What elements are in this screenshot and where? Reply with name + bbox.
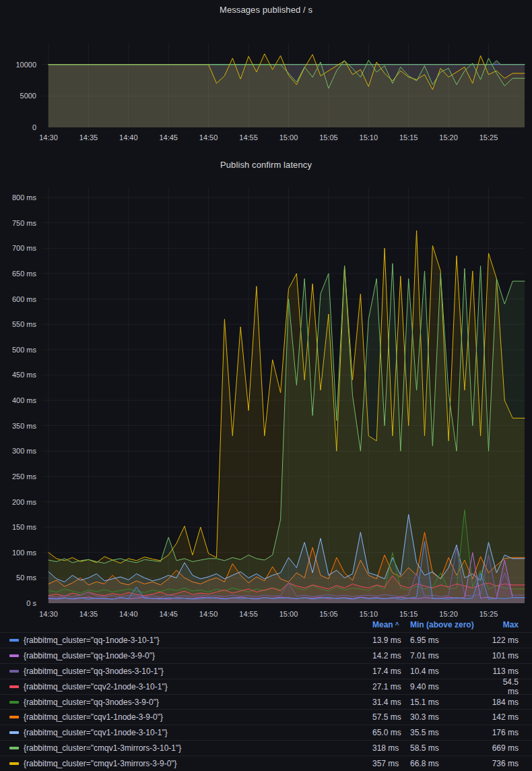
y-tick-label: 0 s: [26, 599, 36, 607]
x-tick-label: 14:45: [159, 133, 178, 142]
series-color-swatch[interactable]: [9, 731, 19, 734]
legend-header-mean[interactable]: Mean^: [372, 620, 410, 629]
publish-confirm-latency-chart[interactable]: 14:3014:3514:4014:4514:5014:5515:0015:05…: [0, 155, 532, 620]
series-color-swatch[interactable]: [9, 639, 19, 642]
series-mean-value: 13.9 ms: [372, 636, 410, 645]
series-min-value: 66.8 ms: [410, 759, 492, 768]
series-mean-value: 65.0 ms: [372, 728, 410, 737]
y-tick-label: 150 ms: [12, 523, 37, 531]
x-tick-label: 15:20: [439, 133, 458, 142]
y-tick-label: 5000: [20, 92, 36, 100]
legend-row: {rabbitmq_cluster="qq-3nodes-3-10-1"}17.…: [0, 663, 532, 679]
series-color-swatch[interactable]: [9, 762, 19, 765]
series-mean-value: 357 ms: [372, 759, 410, 768]
series-name-cell: {rabbitmq_cluster="qq-1node-3-9-0"}: [0, 651, 372, 660]
legend-header-min[interactable]: Min (above zero): [410, 620, 492, 629]
series-min-value: 35.5 ms: [410, 728, 492, 737]
series-color-swatch[interactable]: [9, 747, 19, 749]
series-max-value: 176 ms: [492, 728, 519, 737]
series-name-cell: {rabbitmq_cluster="cqv1-1node-3-9-0"}: [0, 712, 372, 722]
series-label[interactable]: {rabbitmq_cluster="cqv1-1node-3-10-1"}: [24, 728, 168, 737]
y-tick-label: 350 ms: [12, 422, 37, 430]
series-label[interactable]: {rabbitmq_cluster="qq-3nodes-3-9-0"}: [24, 698, 159, 707]
series-name-cell: {rabbitmq_cluster="qq-1node-3-10-1"}: [0, 636, 372, 645]
y-tick-label: 500 ms: [12, 346, 37, 354]
y-tick-label: 200 ms: [12, 498, 37, 506]
series-line-steady-10k-baseline[interactable]: [48, 61, 525, 65]
legend-row: {rabbitmq_cluster="cmqv1-3mirrors-3-10-1…: [0, 740, 532, 755]
legend-row: {rabbitmq_cluster="qq-1node-3-9-0"}14.2 …: [0, 648, 532, 663]
y-tick-label: 0: [32, 123, 36, 131]
x-tick-label: 15:00: [279, 133, 298, 142]
series-max-value: 54.5 ms: [492, 677, 519, 696]
messages-published-chart[interactable]: 14:3014:3514:4014:4514:5014:5515:0015:05…: [0, 0, 532, 155]
legend-row: {rabbitmq_cluster="qq-3nodes-3-9-0"}31.4…: [0, 694, 532, 710]
x-tick-label: 15:10: [360, 133, 378, 142]
legend-row: {rabbitmq_cluster="cmqv1-3mirrors-3-9-0"…: [0, 755, 532, 771]
y-tick-label: 10000: [15, 61, 36, 69]
y-tick-label: 550 ms: [12, 320, 37, 328]
legend-row: {rabbitmq_cluster="qq-1node-3-10-1"}13.9…: [0, 632, 532, 648]
y-tick-label: 250 ms: [12, 472, 37, 481]
y-tick-label: 800 ms: [12, 193, 37, 202]
series-name-cell: {rabbitmq_cluster="qq-3nodes-3-10-1"}: [0, 667, 372, 676]
series-label[interactable]: {rabbitmq_cluster="qq-1node-3-10-1"}: [24, 636, 160, 645]
series-max-value: 122 ms: [492, 636, 519, 645]
series-min-value: 7.01 ms: [410, 651, 492, 660]
y-tick-label: 450 ms: [12, 371, 37, 379]
x-tick-label: 14:40: [119, 133, 138, 142]
series-color-swatch[interactable]: [9, 701, 19, 704]
series-max-value: 101 ms: [492, 651, 519, 660]
series-min-value: 10.4 ms: [410, 667, 492, 676]
series-min-value: 15.1 ms: [410, 698, 492, 707]
y-tick-label: 300 ms: [12, 447, 37, 455]
series-mean-value: 57.5 ms: [372, 712, 410, 722]
x-tick-label: 15:25: [479, 133, 498, 142]
series-name-cell: {rabbitmq_cluster="qq-3nodes-3-9-0"}: [0, 698, 372, 707]
series-color-swatch[interactable]: [9, 685, 19, 688]
x-tick-label: 15:05: [319, 133, 338, 142]
y-tick-label: 100 ms: [12, 549, 37, 557]
legend-row: {rabbitmq_cluster="cqv1-1node-3-9-0"}57.…: [0, 709, 532, 724]
series-name-cell: {rabbitmq_cluster="cmqv1-3mirrors-3-10-1…: [0, 743, 372, 753]
y-tick-label: 650 ms: [12, 270, 37, 278]
legend-header-row: Mean^ Min (above zero) Max: [0, 617, 532, 632]
x-tick-label: 14:30: [39, 133, 58, 142]
series-min-value: 30.3 ms: [410, 712, 492, 722]
x-tick-label: 14:50: [199, 133, 218, 142]
series-mean-value: 31.4 ms: [372, 698, 410, 707]
legend-header-max[interactable]: Max: [492, 620, 519, 629]
series-name-cell: {rabbitmq_cluster="cmqv1-3mirrors-3-9-0"…: [0, 759, 372, 768]
series-max-value: 142 ms: [492, 712, 519, 722]
series-mean-value: 14.2 ms: [372, 651, 410, 660]
legend-row: {rabbitmq_cluster="cqv2-1node-3-10-1"}27…: [0, 679, 532, 694]
series-min-value: 58.5 ms: [410, 743, 492, 753]
y-tick-label: 700 ms: [12, 244, 37, 252]
legend-row: {rabbitmq_cluster="cqv1-1node-3-10-1"}65…: [0, 724, 532, 740]
series-color-swatch[interactable]: [9, 654, 19, 657]
sort-ascending-icon: ^: [395, 621, 399, 629]
y-tick-label: 400 ms: [12, 396, 37, 404]
series-max-value: 113 ms: [492, 667, 519, 676]
y-tick-label: 600 ms: [12, 295, 37, 303]
series-mean-value: 318 ms: [372, 743, 410, 753]
series-label[interactable]: {rabbitmq_cluster="cmqv1-3mirrors-3-9-0"…: [24, 759, 177, 768]
series-label[interactable]: {rabbitmq_cluster="qq-1node-3-9-0"}: [24, 651, 155, 660]
series-label[interactable]: {rabbitmq_cluster="qq-3nodes-3-10-1"}: [24, 667, 164, 676]
series-min-value: 6.95 ms: [410, 636, 492, 645]
y-tick-label: 50 ms: [16, 574, 36, 582]
grafana-dashboard: Messages published / s 14:3014:3514:4014…: [0, 0, 532, 771]
series-label[interactable]: {rabbitmq_cluster="cqv1-1node-3-9-0"}: [24, 712, 163, 722]
series-mean-value: 27.1 ms: [372, 682, 410, 691]
series-color-swatch[interactable]: [9, 670, 19, 673]
series-max-value: 736 ms: [492, 759, 519, 768]
series-max-value: 669 ms: [492, 743, 519, 753]
series-label[interactable]: {rabbitmq_cluster="cqv2-1node-3-10-1"}: [24, 682, 168, 691]
legend-table: Mean^ Min (above zero) Max {rabbitmq_clu…: [0, 617, 532, 771]
series-label[interactable]: {rabbitmq_cluster="cmqv1-3mirrors-3-10-1…: [24, 743, 181, 753]
series-min-value: 9.40 ms: [410, 682, 492, 691]
series-color-swatch[interactable]: [9, 716, 19, 718]
x-tick-label: 14:35: [79, 133, 98, 142]
series-max-value: 184 ms: [492, 698, 519, 707]
x-tick-label: 14:55: [239, 133, 258, 142]
